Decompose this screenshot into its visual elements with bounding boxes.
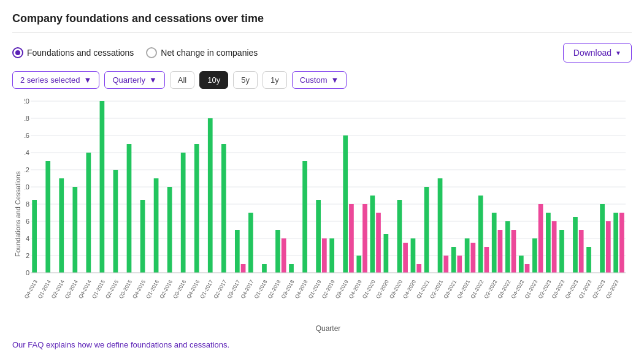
svg-rect-65	[470, 243, 475, 273]
svg-rect-67	[485, 247, 489, 273]
time-10y-button[interactable]: 10y	[199, 71, 228, 89]
radio-net-change[interactable]: Net change in companies	[146, 47, 258, 58]
download-button[interactable]: Download ▼	[563, 43, 632, 63]
svg-text:12: 12	[25, 166, 29, 173]
custom-dropdown[interactable]: Custom ▼	[292, 71, 347, 89]
svg-rect-53	[376, 213, 381, 273]
time-1y-button[interactable]: 1y	[263, 71, 287, 89]
svg-rect-68	[492, 213, 497, 273]
svg-rect-45	[316, 200, 321, 273]
chevron-down-icon: ▼	[84, 75, 92, 85]
svg-rect-29	[127, 144, 132, 273]
svg-rect-51	[362, 204, 367, 273]
svg-rect-64	[465, 238, 470, 273]
x-axis-label: Quarter	[25, 324, 632, 333]
svg-rect-26	[86, 153, 91, 273]
svg-rect-36	[221, 144, 226, 273]
svg-rect-44	[302, 161, 307, 273]
svg-rect-35	[208, 118, 213, 273]
svg-rect-76	[546, 213, 551, 273]
svg-rect-62	[451, 247, 456, 273]
svg-rect-54	[383, 234, 388, 273]
svg-rect-69	[498, 230, 503, 273]
svg-rect-34	[194, 144, 199, 273]
svg-text:Q3-2023: Q3-2023	[605, 279, 620, 300]
frequency-dropdown[interactable]: Quarterly ▼	[104, 71, 164, 89]
svg-rect-27	[100, 101, 105, 273]
svg-rect-33	[181, 153, 186, 273]
svg-rect-50	[356, 256, 361, 273]
svg-rect-39	[248, 213, 253, 273]
svg-rect-42	[282, 238, 286, 273]
svg-rect-84	[613, 213, 618, 273]
svg-rect-48	[343, 135, 348, 273]
faq-link[interactable]: Our FAQ explains how we define foundatio…	[12, 340, 632, 349]
svg-rect-70	[505, 221, 510, 273]
svg-rect-52	[370, 196, 375, 273]
svg-rect-38	[241, 264, 246, 273]
svg-rect-80	[579, 230, 584, 273]
svg-rect-23	[45, 161, 50, 273]
svg-rect-85	[619, 213, 624, 273]
chart-area: Foundations and Cessations 0246810121416…	[12, 95, 632, 333]
svg-text:2: 2	[26, 252, 29, 259]
svg-rect-47	[329, 238, 334, 273]
svg-rect-57	[411, 238, 416, 273]
svg-text:10: 10	[25, 183, 29, 191]
svg-rect-46	[322, 238, 327, 273]
time-5y-button[interactable]: 5y	[233, 71, 258, 89]
svg-text:14: 14	[25, 149, 29, 156]
time-all-button[interactable]: All	[170, 71, 194, 89]
svg-rect-71	[512, 230, 516, 273]
chevron-down-icon: ▼	[615, 50, 621, 56]
radio-foundations-label: Foundations and cessations	[27, 48, 134, 58]
radio-group: Foundations and cessations Net change in…	[12, 47, 258, 58]
svg-rect-75	[539, 204, 543, 273]
svg-rect-61	[443, 256, 448, 273]
svg-rect-60	[438, 178, 443, 273]
svg-text:6: 6	[26, 218, 29, 225]
svg-rect-25	[72, 187, 77, 273]
svg-rect-32	[167, 187, 172, 273]
svg-rect-73	[525, 264, 530, 273]
svg-text:16: 16	[25, 132, 29, 139]
chevron-down-icon: ▼	[331, 75, 339, 85]
svg-rect-22	[32, 200, 37, 273]
svg-rect-72	[519, 256, 524, 273]
radio-circle-empty	[146, 47, 157, 58]
controls-row: Foundations and cessations Net change in…	[12, 43, 632, 63]
svg-rect-82	[600, 204, 605, 273]
svg-rect-83	[606, 221, 611, 273]
svg-rect-63	[457, 256, 462, 273]
svg-rect-66	[478, 196, 483, 273]
series-dropdown[interactable]: 2 series selected ▼	[12, 71, 99, 89]
svg-rect-28	[113, 170, 118, 273]
svg-rect-49	[349, 204, 354, 273]
radio-net-change-label: Net change in companies	[161, 48, 258, 58]
radio-circle-filled	[12, 47, 23, 58]
svg-rect-24	[59, 178, 64, 273]
svg-rect-79	[573, 217, 578, 273]
page-title: Company foundations and cessations over …	[12, 12, 632, 33]
svg-rect-40	[262, 264, 267, 273]
svg-rect-56	[403, 243, 408, 273]
svg-text:20: 20	[25, 97, 29, 105]
svg-text:18: 18	[25, 115, 29, 122]
svg-text:0: 0	[26, 269, 29, 276]
svg-rect-41	[275, 230, 280, 273]
chart-svg: 02468101214161820Q4-2013Q1-2014Q2-2014Q3…	[25, 95, 632, 322]
svg-rect-81	[586, 247, 591, 273]
svg-rect-37	[235, 230, 240, 273]
chart-inner: 02468101214161820Q4-2013Q1-2014Q2-2014Q3…	[25, 95, 632, 333]
main-container: Company foundations and cessations over …	[0, 0, 644, 355]
svg-rect-59	[424, 187, 429, 273]
svg-text:4: 4	[26, 235, 29, 242]
svg-rect-78	[559, 230, 564, 273]
svg-text:8: 8	[26, 200, 29, 208]
svg-rect-30	[140, 200, 145, 273]
radio-foundations[interactable]: Foundations and cessations	[12, 47, 134, 58]
chevron-down-icon: ▼	[149, 75, 157, 85]
svg-rect-74	[532, 238, 537, 273]
svg-rect-77	[552, 221, 557, 273]
y-axis-label: Foundations and Cessations	[12, 95, 23, 333]
